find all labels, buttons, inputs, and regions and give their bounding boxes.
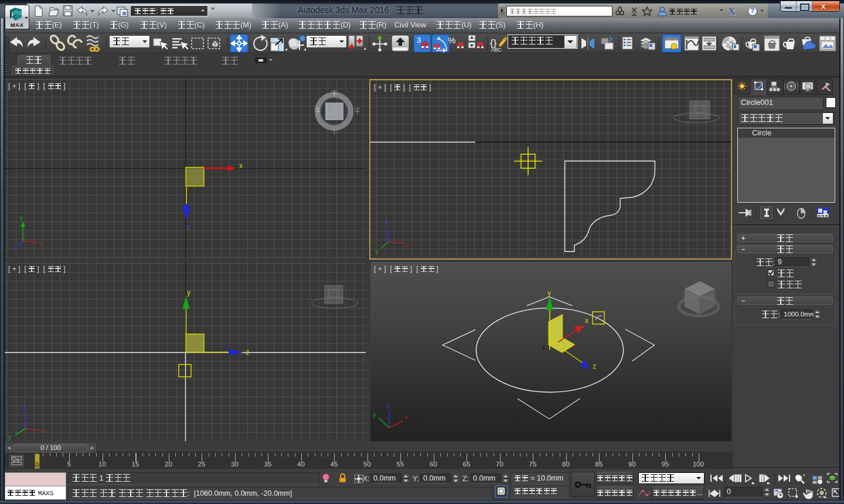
svg-text:z: z [385, 217, 389, 224]
svg-text:%: % [448, 35, 455, 45]
svg-text:y: y [8, 433, 12, 440]
svg-text:y: y [373, 411, 376, 418]
svg-text:x: x [404, 414, 408, 421]
svg-text:z: z [246, 348, 249, 356]
svg-text:y: y [547, 289, 551, 297]
svg-text:x: x [239, 162, 243, 170]
svg-text:ABC: ABC [491, 47, 501, 53]
svg-text:z: z [386, 402, 390, 409]
svg-text:x: x [42, 427, 46, 434]
svg-text:-: - [802, 478, 804, 484]
svg-text:x: x [39, 240, 43, 247]
svg-text:3: 3 [417, 36, 421, 45]
svg-text:y: y [20, 214, 23, 221]
svg-text:z: z [23, 404, 26, 411]
svg-text:z: z [14, 244, 18, 251]
svg-text:+: + [802, 472, 805, 478]
svg-text:z: z [187, 223, 190, 231]
svg-text:x: x [406, 241, 409, 248]
svg-text:y: y [375, 248, 379, 255]
svg-text:x: x [585, 316, 588, 325]
svg-text:z: z [593, 362, 596, 370]
svg-text:y: y [187, 288, 190, 297]
svg-text:x: x [542, 344, 545, 350]
